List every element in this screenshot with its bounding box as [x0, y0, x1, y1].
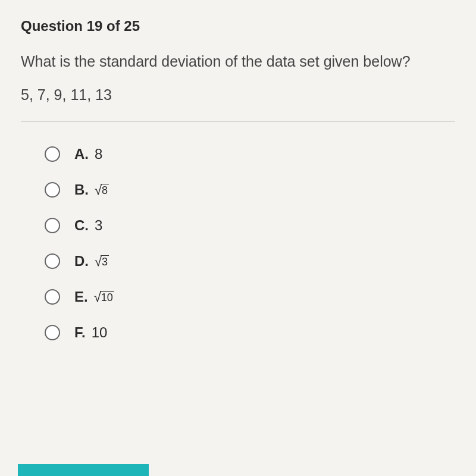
option-f[interactable]: F. 10 [45, 324, 455, 341]
radio-icon[interactable] [45, 253, 60, 269]
data-set: 5, 7, 9, 11, 13 [21, 86, 455, 104]
option-letter: F. [74, 324, 86, 341]
radio-icon[interactable] [45, 325, 60, 340]
radio-icon[interactable] [45, 289, 60, 305]
option-value: √ 3 [95, 253, 109, 270]
radio-icon[interactable] [45, 182, 60, 198]
divider [21, 121, 455, 122]
options-list: A. 8 B. √ 8 C. 3 D. √ 3 E. √ [21, 146, 455, 341]
option-c[interactable]: C. 3 [45, 217, 455, 234]
option-b[interactable]: B. √ 8 [45, 181, 455, 198]
option-value: 8 [95, 146, 102, 162]
radio-icon[interactable] [45, 146, 60, 162]
sqrt-value: 8 [101, 184, 109, 198]
option-letter: D. [74, 253, 89, 270]
option-letter: A. [74, 146, 89, 162]
submit-button[interactable] [18, 464, 149, 476]
sqrt-value: 10 [100, 291, 114, 305]
option-a[interactable]: A. 8 [45, 146, 455, 162]
option-letter: E. [74, 289, 88, 305]
option-e[interactable]: E. √ 10 [45, 289, 455, 305]
question-prompt: What is the standard deviation of the da… [21, 51, 455, 72]
option-value: √ 8 [95, 181, 109, 198]
option-d[interactable]: D. √ 3 [45, 253, 455, 270]
option-value: √ 10 [94, 289, 114, 305]
option-letter: C. [74, 217, 89, 234]
radio-icon[interactable] [45, 218, 60, 233]
option-value: 3 [95, 217, 102, 234]
sqrt-value: 3 [101, 255, 109, 269]
option-value: 10 [92, 324, 108, 341]
option-letter: B. [74, 181, 89, 198]
question-number: Question 19 of 25 [21, 18, 455, 35]
